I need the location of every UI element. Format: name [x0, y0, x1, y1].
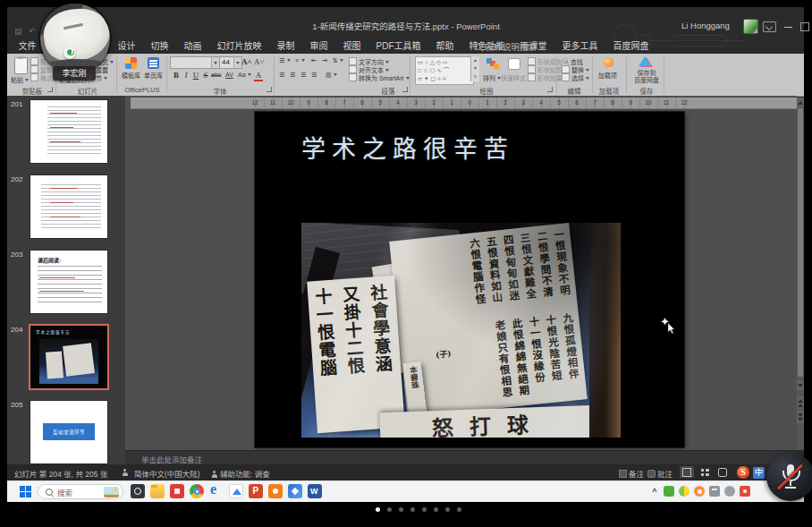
normal-view-button[interactable]	[680, 466, 694, 478]
app-red-icon[interactable]	[170, 484, 184, 498]
webcam-bubble[interactable]	[40, 4, 110, 73]
scroll-down-button[interactable]	[797, 380, 804, 390]
paragraph-dialog-launcher[interactable]	[402, 87, 408, 92]
tab-PDF工具箱[interactable]: PDF工具箱	[368, 39, 428, 54]
tray-usb-icon[interactable]	[709, 486, 720, 497]
slide-thumbnail-204[interactable]: 学术之路很辛苦	[30, 326, 107, 388]
explorer-icon[interactable]	[150, 484, 165, 498]
pagination-dot-2[interactable]	[387, 507, 392, 512]
increase-indent-button[interactable]: ⇥	[322, 57, 327, 64]
minimize-button[interactable]	[784, 27, 792, 28]
save-to-netdisk-icon[interactable]	[639, 56, 651, 66]
line-spacing-button[interactable]: ⇅	[333, 57, 343, 64]
pagination-dot-5[interactable]	[422, 507, 427, 512]
paste-icon[interactable]	[14, 57, 28, 74]
align-center-button[interactable]: ☰	[290, 72, 295, 79]
shrink-font-button[interactable]: A˅	[254, 57, 263, 66]
add-ins-button[interactable]: 加载项	[598, 71, 617, 80]
smartart-button[interactable]: 转换为 SmartArt	[349, 73, 410, 82]
font-color-button[interactable]: A	[254, 71, 263, 81]
template-library-icon[interactable]	[125, 57, 137, 69]
char-spacing-button[interactable]: AV	[225, 72, 233, 78]
align-right-button[interactable]: ☰	[300, 72, 306, 79]
tab-百度网盘[interactable]: 百度网盘	[605, 39, 656, 54]
paste-button[interactable]: 粘贴	[11, 75, 29, 84]
bold-button[interactable]: B	[172, 71, 181, 80]
tab-录制[interactable]: 录制	[269, 39, 302, 54]
qat-undo-icon[interactable]: ↶	[29, 27, 36, 36]
clipboard-dialog-launcher[interactable]	[47, 87, 53, 92]
slide-sorter-view-button[interactable]	[698, 466, 712, 478]
slide-thumbnail-205[interactable]: 互动交流环节	[30, 401, 107, 463]
taskbar-search[interactable]: 搜索	[38, 484, 123, 499]
abc-strike-button[interactable]: abc	[211, 72, 221, 78]
vertical-scrollbar[interactable]	[797, 98, 804, 450]
strikethrough-button[interactable]: S	[201, 71, 210, 80]
grow-font-button[interactable]: A˄	[241, 57, 250, 66]
numbering-button[interactable]: ≡	[295, 57, 305, 64]
next-slide-button[interactable]	[797, 411, 804, 423]
sogou-ime-icon[interactable]: S	[737, 466, 749, 479]
slide-thumbnail-201[interactable]	[30, 100, 107, 163]
slide-thumbnail-203[interactable]: 课后阅读:	[30, 251, 107, 313]
page-library-button[interactable]: 单页库	[144, 71, 163, 80]
tray-gray-icon[interactable]	[724, 486, 735, 497]
add-ins-icon[interactable]	[604, 57, 613, 67]
tray-orange-icon[interactable]	[694, 486, 705, 497]
account-avatar[interactable]	[743, 19, 758, 34]
spellcheck-icon[interactable]	[122, 468, 131, 477]
tab-帮助[interactable]: 帮助	[428, 39, 461, 54]
italic-button[interactable]: I	[182, 71, 190, 80]
slide-canvas[interactable]: 学术之路很辛苦 一恨現象不明二恨學問不清三恨文獻難全四恨甸甸如迷五恨資料如山六恨…	[255, 112, 684, 447]
reading-view-button[interactable]	[715, 466, 730, 478]
tab-更多工具[interactable]: 更多工具	[554, 39, 605, 54]
tray-lime-icon[interactable]	[679, 486, 689, 497]
align-left-button[interactable]: ☰	[279, 72, 284, 79]
app-blue-icon[interactable]	[229, 484, 243, 498]
columns-button[interactable]: ▥	[326, 72, 337, 79]
scrollbar-thumb[interactable]	[798, 108, 803, 377]
pagination-dot-6[interactable]	[434, 507, 438, 512]
shapes-gallery-scroll[interactable]: ▲▼≡	[470, 56, 479, 81]
notes-toggle[interactable]: 备注	[619, 468, 644, 479]
previous-slide-button[interactable]	[797, 396, 804, 409]
maximize-button[interactable]	[800, 22, 809, 31]
arrange-button[interactable]: 排列	[483, 73, 501, 82]
edge-icon[interactable]	[209, 484, 224, 498]
save-to-netdisk-line2[interactable]: 百度网盘	[630, 75, 664, 84]
justify-button[interactable]: ☰	[311, 72, 317, 79]
tray-chevron-icon[interactable]: ^	[650, 486, 659, 497]
language-indicator[interactable]: 简体中文(中国大陆)	[134, 468, 200, 479]
ime-chinese-indicator[interactable]: 中	[753, 467, 765, 479]
font-dialog-launcher[interactable]	[266, 87, 272, 92]
font-name-combo[interactable]	[170, 56, 220, 69]
tab-文件[interactable]: 文件	[11, 39, 44, 54]
tab-审阅[interactable]: 审阅	[302, 39, 335, 54]
drawing-dialog-launcher[interactable]	[547, 87, 553, 92]
start-button[interactable]	[20, 486, 31, 497]
tell-me-search[interactable]: 操作说明搜索	[475, 39, 537, 54]
mute-microphone-button[interactable]	[766, 453, 812, 501]
pagination-dot-8[interactable]	[457, 507, 461, 512]
tray-green-icon[interactable]	[664, 486, 674, 497]
photos-icon[interactable]	[288, 484, 302, 498]
pagination-dot-4[interactable]	[410, 507, 415, 512]
qat-save-icon[interactable]: ▤	[14, 27, 22, 36]
notes-pane[interactable]: 单击此处添加备注	[125, 450, 797, 465]
slide-thumbnail-202[interactable]	[30, 175, 107, 238]
tab-切换[interactable]: 切换	[143, 39, 176, 54]
word-icon[interactable]	[308, 484, 322, 498]
tab-幻灯片放映[interactable]: 幻灯片放映	[209, 39, 269, 54]
select-button[interactable]: 选择	[562, 73, 589, 82]
tray-red-icon[interactable]	[740, 486, 750, 497]
account-name[interactable]: Li Honggang	[681, 21, 730, 30]
decrease-indent-button[interactable]: ⇤	[311, 57, 317, 64]
chrome-icon[interactable]	[190, 484, 204, 498]
pagination-dot-3[interactable]	[399, 507, 403, 512]
slide-title[interactable]: 学术之路很辛苦	[301, 130, 514, 165]
tab-视图[interactable]: 视图	[335, 39, 368, 54]
ribbon-display-options-icon[interactable]	[763, 21, 776, 32]
font-size-combo[interactable]: 44	[219, 56, 242, 69]
change-case-button[interactable]: Aa	[238, 72, 251, 78]
pagination-dot-7[interactable]	[445, 507, 450, 512]
